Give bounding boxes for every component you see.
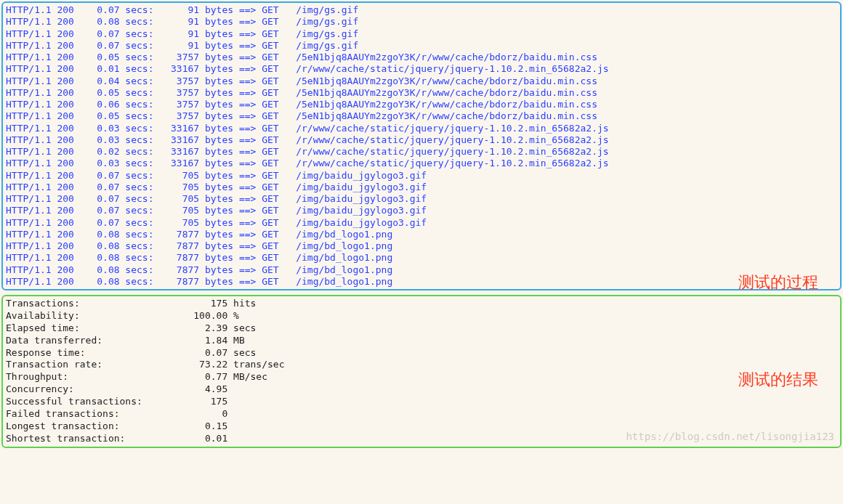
http-log-row: HTTP/1.1 200 0.08 secs: 7877 bytes ==> G… [6, 229, 837, 240]
http-log-row: HTTP/1.1 200 0.05 secs: 3757 bytes ==> G… [6, 52, 837, 63]
stat-row: Data transferred: 1.84 MB [6, 335, 837, 347]
http-log-row: HTTP/1.1 200 0.07 secs: 705 bytes ==> GE… [6, 217, 837, 229]
http-log-row: HTTP/1.1 200 0.08 secs: 7877 bytes ==> G… [6, 240, 837, 252]
stat-row: Transaction rate: 73.22 trans/sec [6, 359, 837, 371]
summary-stats-panel: Transactions: 175 hitsAvailability: 100.… [1, 295, 842, 448]
http-log-row: HTTP/1.1 200 0.08 secs: 7877 bytes ==> G… [6, 264, 837, 276]
stat-row: Availability: 100.00 % [6, 310, 837, 322]
watermark-text: https://blog.csdn.net/lisongjia123 [626, 431, 834, 442]
http-log-row: HTTP/1.1 200 0.05 secs: 3757 bytes ==> G… [6, 110, 837, 122]
stat-row: Concurrency: 4.95 [6, 383, 837, 396]
http-log-row: HTTP/1.1 200 0.02 secs: 33167 bytes ==> … [6, 146, 837, 158]
http-log-row: HTTP/1.1 200 0.06 secs: 3757 bytes ==> G… [6, 99, 837, 110]
http-log-row: HTTP/1.1 200 0.07 secs: 705 bytes ==> GE… [6, 193, 837, 205]
http-log-row: HTTP/1.1 200 0.03 secs: 33167 bytes ==> … [6, 158, 837, 169]
http-log-row: HTTP/1.1 200 0.08 secs: 7877 bytes ==> G… [6, 252, 837, 264]
http-log-row: HTTP/1.1 200 0.07 secs: 705 bytes ==> GE… [6, 205, 837, 216]
http-log-row: HTTP/1.1 200 0.07 secs: 91 bytes ==> GET… [6, 28, 837, 40]
http-log-row: HTTP/1.1 200 0.03 secs: 33167 bytes ==> … [6, 134, 837, 146]
http-log-row: HTTP/1.1 200 0.07 secs: 705 bytes ==> GE… [6, 170, 837, 182]
http-log-row: HTTP/1.1 200 0.01 secs: 33167 bytes ==> … [6, 63, 837, 75]
annotation-process: 测试的过程 [738, 272, 818, 293]
http-log-panel: HTTP/1.1 200 0.07 secs: 91 bytes ==> GET… [1, 1, 842, 290]
http-log-lines: HTTP/1.1 200 0.07 secs: 91 bytes ==> GET… [6, 4, 837, 288]
stat-row: Response time: 0.07 secs [6, 347, 837, 359]
stat-row: Transactions: 175 hits [6, 298, 837, 310]
stat-row: Elapsed time: 2.39 secs [6, 322, 837, 335]
annotation-result: 测试的结果 [738, 369, 818, 391]
stat-row: Throughput: 0.77 MB/sec [6, 371, 837, 383]
http-log-row: HTTP/1.1 200 0.08 secs: 91 bytes ==> GET… [6, 16, 837, 28]
http-log-row: HTTP/1.1 200 0.07 secs: 91 bytes ==> GET… [6, 40, 837, 52]
stat-row: Successful transactions: 175 [6, 396, 837, 408]
http-log-row: HTTP/1.1 200 0.03 secs: 33167 bytes ==> … [6, 123, 837, 134]
stat-row: Failed transactions: 0 [6, 408, 837, 420]
http-log-row: HTTP/1.1 200 0.07 secs: 705 bytes ==> GE… [6, 182, 837, 193]
http-log-row: HTTP/1.1 200 0.04 secs: 3757 bytes ==> G… [6, 76, 837, 87]
http-log-row: HTTP/1.1 200 0.07 secs: 91 bytes ==> GET… [6, 4, 837, 16]
http-log-row: HTTP/1.1 200 0.08 secs: 7877 bytes ==> G… [6, 276, 837, 288]
summary-stats-lines: Transactions: 175 hitsAvailability: 100.… [6, 298, 837, 445]
http-log-row: HTTP/1.1 200 0.05 secs: 3757 bytes ==> G… [6, 87, 837, 99]
